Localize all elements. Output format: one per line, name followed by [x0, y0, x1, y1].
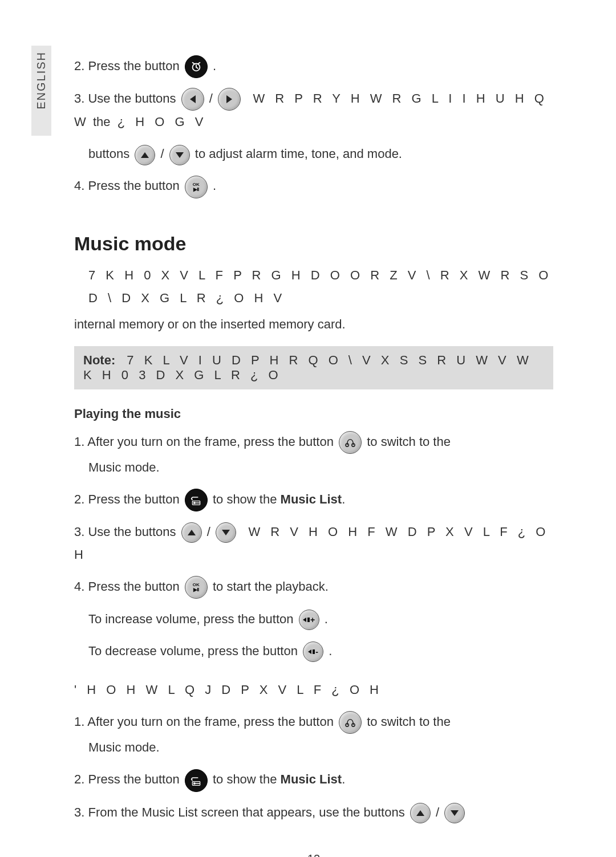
volume-down-line: To decrease volume, press the button - . [88, 640, 553, 663]
text: To increase volume, press the button [88, 612, 294, 626]
text: to switch to the [367, 434, 451, 449]
language-tab: ENGLISH [31, 46, 51, 136]
volume-down-icon: - [303, 641, 323, 662]
text: . [213, 178, 216, 193]
volume-up-line: To increase volume, press the button + . [88, 608, 553, 631]
text: to show the [213, 492, 277, 506]
intro-step-4: 4. Press the button OK▶II . [74, 174, 553, 198]
text: To decrease volume, press the button [88, 644, 298, 658]
note-label: Note: [83, 353, 115, 367]
text: internal memory or on the inserted memor… [74, 317, 346, 331]
right-arrow-icon [218, 88, 241, 111]
page-number: 12 [74, 852, 553, 858]
text: 3. Use the buttons [74, 525, 176, 539]
cipher-text: ¿ H O G V [117, 115, 207, 129]
text: to start the playback. [213, 579, 329, 594]
text: 2. Press the button [74, 492, 180, 506]
svg-rect-8 [193, 782, 195, 784]
playing-step-1: 1. After you turn on the frame, press th… [74, 430, 553, 454]
menu-button-icon [185, 769, 208, 792]
text: 1. After you turn on the frame, press th… [74, 434, 334, 449]
up-arrow-icon [410, 803, 431, 823]
text: . [329, 644, 332, 658]
text: to show the [213, 772, 277, 786]
text: 3. Use the buttons [74, 91, 176, 105]
music-list-label: Music List [281, 492, 342, 506]
deleting-step-3: 3. From the Music List screen that appea… [74, 801, 553, 824]
playing-step-1b: Music mode. [88, 456, 553, 479]
text: 1. After you turn on the frame, press th… [74, 714, 334, 729]
text: to adjust alarm time, tone, and mode. [195, 147, 402, 161]
intro-step-3: 3. Use the buttons / W R P R Y H W R G L… [74, 87, 553, 133]
up-arrow-icon [135, 145, 155, 165]
page-content: 2. Press the button . 3. Use the buttons… [0, 0, 616, 857]
clock-button-icon [185, 55, 208, 78]
playing-step-4: 4. Press the button OK▶II to start the p… [74, 575, 553, 599]
text: 4. Press the button [74, 178, 180, 193]
svg-rect-4 [193, 502, 195, 503]
up-arrow-icon [181, 522, 202, 543]
text: . [342, 772, 345, 786]
volume-up-icon: + [299, 610, 319, 630]
language-label: ENGLISH [35, 51, 48, 109]
ok-play-button-icon: OK▶II [185, 176, 208, 198]
text: 2. Press the button [74, 772, 180, 786]
music-mode-heading: Music mode [74, 233, 553, 255]
text: Music mode. [88, 460, 160, 474]
deleting-heading: ' H O H W L Q J D P X V L F ¿ O H [74, 679, 553, 701]
left-arrow-icon [181, 88, 204, 111]
music-mode-icon [339, 431, 362, 454]
text: . [342, 492, 345, 506]
note-box: Note: 7 K L V I U D P H R Q O \ V X S S … [74, 346, 553, 389]
cipher-text: 7 K H 0 X V L F P R G H D O O R Z V \ R … [88, 268, 552, 305]
separator: / [160, 147, 167, 161]
deleting-step-1b: Music mode. [88, 736, 553, 759]
music-list-label: Music List [281, 772, 342, 786]
text: buttons [88, 147, 129, 161]
music-desc-2: internal memory or on the inserted memor… [74, 313, 553, 336]
intro-step-2: 2. Press the button . [74, 55, 553, 78]
playing-step-3: 3. Use the buttons / W R V H O H F W D P… [74, 521, 553, 566]
deleting-step-2: 2. Press the button to show the Music Li… [74, 768, 553, 791]
text: . [213, 59, 216, 73]
text: the [93, 115, 111, 129]
text: 4. Press the button [74, 579, 180, 594]
down-arrow-icon [444, 803, 465, 823]
note-cipher: 7 K L V I U D P H R Q O \ V X S S R U W … [83, 353, 532, 382]
down-arrow-icon [216, 522, 236, 543]
text: to switch to the [367, 714, 451, 729]
menu-button-icon [185, 489, 208, 511]
music-mode-icon [339, 711, 362, 734]
text: . [325, 612, 328, 626]
separator: / [209, 91, 216, 105]
playing-heading: Playing the music [74, 407, 553, 421]
down-arrow-icon [169, 145, 190, 165]
text: 2. Press the button [74, 59, 180, 73]
separator: / [436, 805, 443, 819]
playing-step-2: 2. Press the button to show the Music Li… [74, 488, 553, 511]
separator: / [207, 525, 214, 539]
ok-play-button-icon: OK▶II [185, 576, 208, 599]
intro-step-3-cont: buttons / to adjust alarm time, tone, an… [88, 143, 553, 165]
music-desc: 7 K H 0 X V L F P R G H D O O R Z V \ R … [88, 264, 553, 310]
text: Music mode. [88, 740, 160, 754]
deleting-step-1: 1. After you turn on the frame, press th… [74, 710, 553, 734]
text: 3. From the Music List screen that appea… [74, 805, 405, 819]
